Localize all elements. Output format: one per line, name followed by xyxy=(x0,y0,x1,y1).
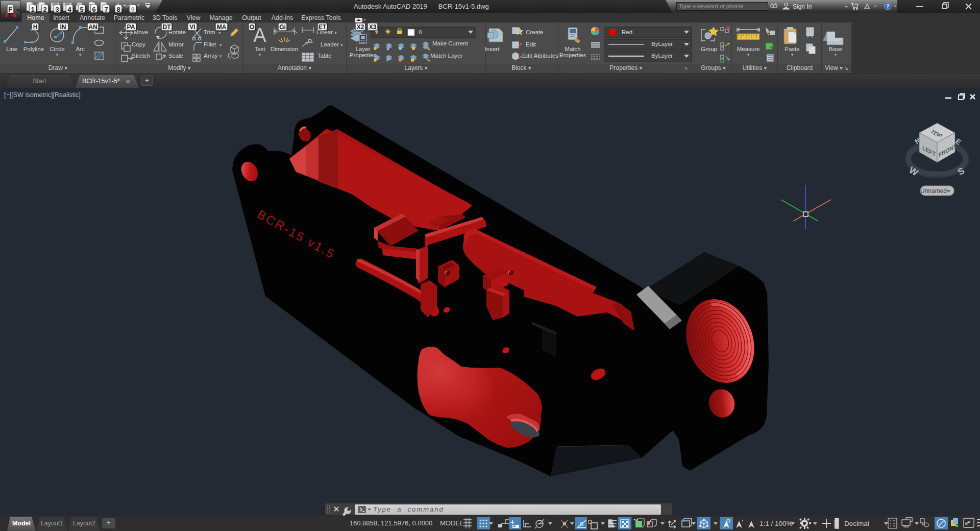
svg-text:1:1 / 100%: 1:1 / 100% xyxy=(760,520,793,527)
svg-text:?: ? xyxy=(886,3,890,9)
svg-text:A: A xyxy=(253,25,266,46)
svg-text:Decimal: Decimal xyxy=(844,520,869,527)
svg-text:Unnamed: Unnamed xyxy=(920,187,947,195)
